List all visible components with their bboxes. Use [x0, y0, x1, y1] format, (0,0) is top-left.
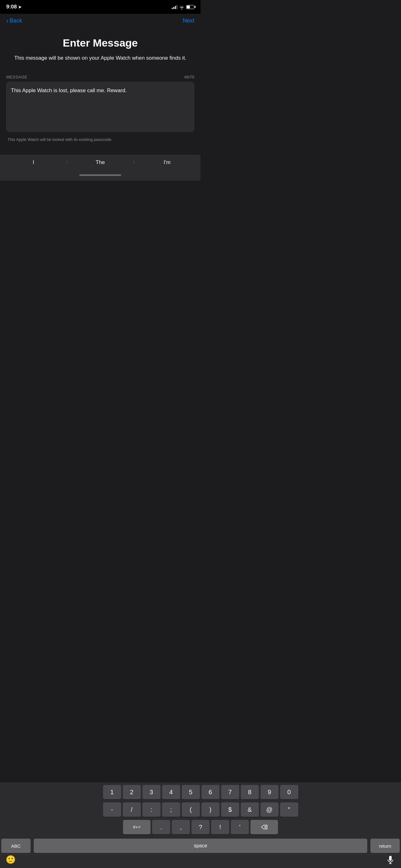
signal-strength-icon — [172, 5, 177, 9]
message-input[interactable]: This Apple Watch is lost, please call me… — [6, 82, 194, 132]
status-bar: 9:08 ➤ — [0, 0, 201, 14]
page-subtitle: This message will be shown on your Apple… — [12, 54, 188, 62]
wifi-icon — [179, 5, 184, 9]
message-section: MESSAGE 49/70 This Apple Watch is lost, … — [0, 75, 201, 143]
main-content: Enter Message This message will be shown… — [0, 28, 201, 62]
home-bar — [79, 174, 121, 176]
message-label: MESSAGE — [6, 75, 28, 80]
battery-icon — [186, 5, 194, 9]
autocomplete-suggestion-2[interactable]: The — [67, 159, 134, 165]
location-arrow-icon: ➤ — [18, 5, 22, 9]
chevron-left-icon: ‹ — [6, 17, 8, 24]
next-button[interactable]: Next — [183, 18, 194, 24]
page-title: Enter Message — [12, 37, 188, 49]
nav-bar: ‹ Back Next — [0, 14, 201, 28]
autocomplete-bar: I The I'm — [0, 155, 201, 170]
message-note: This Apple Watch will be locked with its… — [6, 137, 194, 143]
message-char-count: 49/70 — [184, 75, 194, 80]
back-button[interactable]: ‹ Back — [6, 17, 22, 24]
status-icons — [172, 5, 194, 9]
message-header: MESSAGE 49/70 — [6, 75, 194, 80]
autocomplete-suggestion-3[interactable]: I'm — [134, 159, 201, 165]
autocomplete-suggestion-1[interactable]: I — [0, 159, 67, 165]
status-time: 9:08 ➤ — [6, 4, 22, 10]
home-indicator — [0, 170, 201, 181]
